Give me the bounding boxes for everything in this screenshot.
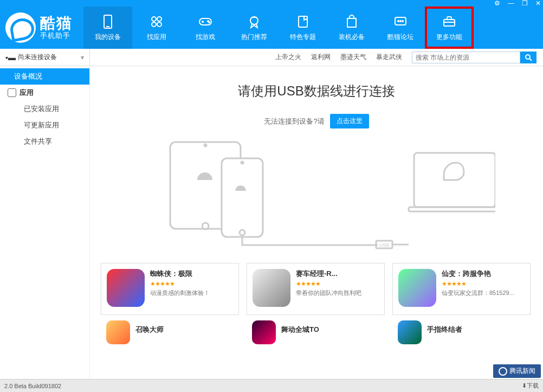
nav-topic[interactable]: 特色专题 — [279, 7, 327, 49]
usb-illustration: USB — [138, 137, 495, 250]
svg-point-15 — [398, 21, 399, 22]
sidebar-fileshare[interactable]: 文件共享 — [0, 133, 89, 150]
app-desc: 动漫质感的刺激体验！ — [150, 289, 233, 297]
sidebar-apps[interactable]: 应用 — [0, 85, 89, 101]
tencent-news-widget[interactable]: 腾讯新闻 — [493, 364, 541, 378]
header: 酷猫 手机助手 我的设备 找应用 找游戏 热门推荐 特色专题 装机必备 — [0, 7, 543, 49]
app-title: 手指终结者 — [427, 320, 462, 344]
app-stars: ★★★★★ — [442, 280, 525, 287]
app-thumb — [398, 320, 422, 344]
app-card[interactable]: 仙变：跨服争艳 ★★★★★ 仙变玩家交流群：851529... — [392, 263, 531, 315]
minimize-button[interactable]: — — [508, 0, 514, 7]
app-thumb — [398, 269, 436, 307]
svg-rect-25 — [222, 158, 263, 237]
nav-label: 我的设备 — [95, 33, 121, 42]
svg-point-2 — [152, 17, 156, 21]
logo-title: 酷猫 — [40, 15, 73, 32]
app-desc: 仙变玩家交流群：851529... — [442, 289, 525, 297]
svg-point-20 — [526, 55, 530, 59]
click-here-button[interactable]: 点击这里 — [330, 114, 369, 128]
status-bar: 2.0 Beta Build091802 ⬇下载 — [0, 379, 543, 392]
svg-point-17 — [402, 21, 403, 22]
sublink[interactable]: 上帝之火 — [275, 53, 301, 62]
sidebar-updatable[interactable]: 可更新应用 — [0, 117, 89, 133]
main-nav: 我的设备 找应用 找游戏 热门推荐 特色专题 装机必备 酷猫论坛 更多功能 — [83, 7, 474, 49]
connection-illustration: USB — [90, 134, 543, 253]
download-label[interactable]: ⬇下载 — [522, 382, 539, 390]
app-desc: 带着你的团队冲向胜利吧 — [296, 289, 379, 297]
app-stars: ★★★★★ — [150, 280, 233, 287]
nav-label: 更多功能 — [436, 33, 462, 42]
logo-icon — [5, 12, 36, 43]
nav-label: 找游戏 — [196, 33, 215, 42]
app-thumb — [107, 269, 145, 307]
toolbox-icon — [442, 14, 457, 29]
logo-subtitle: 手机助手 — [40, 32, 73, 40]
phone-icon — [100, 14, 115, 29]
close-button[interactable]: ✕ — [535, 0, 541, 7]
app-stars: ★★★★★ — [296, 280, 379, 287]
nav-label: 找应用 — [147, 33, 166, 42]
app-card[interactable]: 召唤大师 — [101, 318, 239, 346]
app-card[interactable]: 赛车经理-R... ★★★★★ 带着你的团队冲向胜利吧 — [247, 263, 385, 315]
sub-toolbar: ▪▬尚未连接设备 ▾ 上帝之火 返利网 墨迹天气 暴走武侠 — [0, 49, 543, 66]
gamepad-icon — [198, 14, 213, 29]
sidebar-overview[interactable]: 设备概况 — [0, 68, 89, 85]
svg-point-4 — [152, 22, 156, 27]
nav-more-tools[interactable]: 更多功能 — [425, 7, 474, 49]
nav-my-device[interactable]: 我的设备 — [83, 7, 132, 49]
sublink[interactable]: 返利网 — [311, 53, 331, 62]
note-icon — [295, 14, 311, 29]
nav-label: 装机必备 — [339, 33, 365, 42]
settings-icon[interactable]: ⚙ — [494, 0, 500, 7]
nav-label: 特色专题 — [290, 33, 316, 42]
nav-label: 酷猫论坛 — [387, 33, 413, 42]
app-card[interactable]: 舞动全城TO — [247, 318, 385, 346]
app-title: 赛车经理-R... — [296, 269, 379, 279]
nav-label: 热门推荐 — [241, 33, 267, 42]
restore-button[interactable]: ❐ — [522, 0, 528, 7]
nav-bbs[interactable]: 酷猫论坛 — [376, 7, 425, 49]
nav-find-games[interactable]: 找游戏 — [181, 7, 230, 49]
device-selector-label: 尚未连接设备 — [18, 53, 57, 62]
svg-point-16 — [400, 21, 401, 22]
sidebar: 设备概况 应用 已安装应用 可更新应用 文件共享 — [0, 66, 90, 379]
nav-hot[interactable]: 热门推荐 — [230, 7, 279, 49]
logo: 酷猫 手机助手 — [5, 12, 73, 43]
chat-icon — [393, 14, 408, 29]
search-input[interactable] — [412, 52, 520, 63]
svg-line-21 — [529, 59, 532, 61]
main-content: 请使用USB数据线进行连接 无法连接到设备?请 点击这里 USB — [90, 66, 543, 379]
svg-point-11 — [250, 17, 258, 24]
svg-point-3 — [157, 17, 161, 21]
connect-title: 请使用USB数据线进行连接 — [90, 82, 543, 100]
device-selector[interactable]: ▪▬尚未连接设备 ▾ — [0, 49, 90, 66]
app-card[interactable]: 蜘蛛侠：极限 ★★★★★ 动漫质感的刺激体验！ — [101, 263, 239, 315]
app-title: 仙变：跨服争艳 — [442, 269, 525, 279]
nav-find-apps[interactable]: 找应用 — [132, 7, 181, 49]
svg-text:USB: USB — [379, 242, 390, 248]
svg-point-23 — [204, 144, 206, 146]
app-title: 蜘蛛侠：极限 — [150, 269, 233, 279]
app-card[interactable]: 手指终结者 — [392, 318, 531, 346]
app-title: 召唤大师 — [135, 320, 164, 344]
app-thumb — [252, 320, 276, 344]
chevron-down-icon: ▾ — [81, 54, 84, 61]
svg-rect-13 — [299, 16, 307, 27]
search-button[interactable] — [520, 52, 536, 63]
svg-point-5 — [157, 22, 161, 27]
sidebar-installed[interactable]: 已安装应用 — [0, 101, 89, 117]
sublink[interactable]: 暴走武侠 — [376, 53, 402, 62]
app-thumb — [106, 320, 130, 344]
svg-rect-32 — [409, 207, 495, 211]
version-label: 2.0 Beta Build091802 — [4, 383, 61, 389]
nav-must-have[interactable]: 装机必备 — [327, 7, 376, 49]
featured-cards: 蜘蛛侠：极限 ★★★★★ 动漫质感的刺激体验！ 赛车经理-R... ★★★★★ … — [90, 253, 543, 315]
apps-icon — [149, 14, 164, 29]
sublink[interactable]: 墨迹天气 — [340, 53, 366, 62]
bag-icon — [344, 14, 359, 29]
app-title: 舞动全城TO — [281, 320, 319, 344]
search-box — [412, 51, 536, 64]
secondary-cards: 召唤大师 舞动全城TO 手指终结者 — [90, 315, 543, 346]
search-icon — [525, 54, 532, 61]
